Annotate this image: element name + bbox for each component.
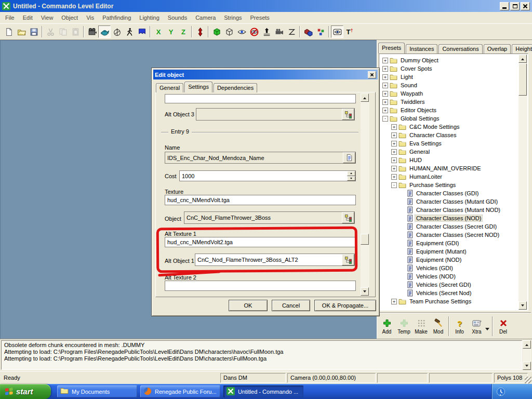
tree-item[interactable]: +HUMAN_ANIM_OVERRIDE	[380, 164, 527, 172]
save-button[interactable]	[28, 25, 40, 38]
menu-item-file[interactable]: File	[1, 13, 19, 22]
menu-item-edit[interactable]: Edit	[19, 13, 37, 22]
tree-item[interactable]: Character Classes (NOD)	[380, 214, 527, 222]
taskbar-task-renegade-public-foru[interactable]: Renegade Public Foru...	[140, 385, 220, 397]
del-button[interactable]: Del	[495, 315, 512, 337]
ok-button[interactable]: OK	[229, 300, 268, 311]
tree-scrollbar[interactable]	[518, 55, 527, 310]
teapot-button[interactable]	[98, 25, 111, 38]
tree-item[interactable]: Character Classes (Mutant GDI)	[380, 197, 527, 206]
paste-button[interactable]	[69, 25, 82, 38]
scroll-up-button[interactable]	[518, 55, 527, 63]
name-input[interactable]	[165, 152, 356, 164]
expand-toggle[interactable]: +	[391, 132, 397, 138]
object-input[interactable]	[184, 211, 355, 224]
tree-item[interactable]: -Purchase Settings	[380, 181, 527, 189]
scroll-down-button[interactable]	[518, 301, 527, 310]
alt-texture-2-input[interactable]	[165, 281, 356, 291]
alt-object-3-input[interactable]	[196, 108, 355, 121]
tree-item[interactable]: +Eva Settings	[380, 139, 527, 148]
wire-cube-button[interactable]	[223, 25, 235, 38]
tree-item[interactable]: +C&C Mode Settings	[380, 123, 527, 131]
tree-item[interactable]: +Character Classes	[380, 131, 527, 139]
spin-up-button[interactable]	[347, 171, 355, 176]
close-button[interactable]	[521, 2, 530, 10]
color-cubes-button[interactable]	[302, 25, 314, 38]
copy-button[interactable]	[57, 25, 69, 38]
text-tool-button[interactable]: T†	[343, 25, 356, 38]
menu-item-camera[interactable]: Camera	[191, 13, 220, 22]
tree-item[interactable]: +Waypath	[380, 89, 527, 98]
eye-button[interactable]	[235, 25, 248, 38]
resize-grip[interactable]	[525, 377, 531, 383]
solid-cube-button[interactable]	[210, 25, 223, 38]
expand-toggle[interactable]: +	[391, 166, 397, 171]
xtra-button[interactable]: Xtra	[468, 315, 485, 337]
scroll-up-button[interactable]	[523, 340, 531, 349]
angle-tool-button[interactable]	[285, 25, 298, 38]
expand-toggle[interactable]: +	[382, 74, 388, 80]
texture-input[interactable]	[165, 195, 356, 205]
alt-object-1-input[interactable]	[195, 254, 355, 266]
expand-toggle[interactable]: +	[382, 66, 388, 72]
tree-item[interactable]: +HUD	[380, 156, 527, 164]
tree-item[interactable]: Character Classes (Mutant NOD)	[380, 206, 527, 214]
expand-toggle[interactable]: +	[382, 99, 388, 105]
xtra-dropdown-arrow[interactable]	[485, 328, 489, 332]
cancel-button[interactable]: Cancel	[272, 300, 310, 311]
name-strings-button[interactable]	[343, 152, 355, 163]
expand-toggle[interactable]: +	[382, 108, 388, 113]
expand-toggle[interactable]: +	[382, 58, 388, 63]
menu-item-object[interactable]: Object	[57, 13, 82, 22]
tree-item[interactable]: Vehicles (Secret GDI)	[380, 281, 527, 289]
expand-toggle[interactable]: +	[391, 299, 397, 304]
ok-propagate-button[interactable]: OK & Propagate...	[314, 300, 376, 311]
expand-toggle[interactable]: +	[391, 149, 397, 155]
expand-toggle[interactable]: +	[382, 83, 388, 88]
tree-item[interactable]: +Twiddlers	[380, 98, 527, 106]
tree-item[interactable]: +Cover Spots	[380, 64, 527, 73]
alt-object-3-browse-button[interactable]	[342, 109, 354, 120]
tree-item[interactable]: Character Classes (Secret GDI)	[380, 222, 527, 231]
waypoint-flag-button[interactable]	[136, 25, 148, 38]
menu-item-lighting[interactable]: Lighting	[135, 13, 164, 22]
tree-item[interactable]: Vehicles (Secret Nod)	[380, 289, 527, 297]
scene-camera-button[interactable]	[273, 25, 285, 38]
scroll-down-button[interactable]	[361, 287, 369, 296]
expand-toggle[interactable]: +	[391, 157, 397, 163]
cut-button[interactable]	[44, 25, 57, 38]
tree-item[interactable]: +Dummy Object	[380, 56, 527, 64]
menu-item-strings[interactable]: Strings	[220, 13, 246, 22]
open-folder-button[interactable]	[15, 25, 28, 38]
tree-item[interactable]: +HumanLoiter	[380, 172, 527, 181]
dialog-tab-general[interactable]: General	[156, 83, 183, 92]
z-axis-button[interactable]: Z	[177, 25, 190, 38]
dialog-close-button[interactable]	[368, 71, 376, 78]
tree-item[interactable]: +Team Purchase Settings	[380, 297, 527, 305]
cost-input[interactable]	[179, 170, 356, 181]
log-scrollbar[interactable]	[523, 340, 531, 370]
temp-button[interactable]: Temp	[395, 315, 413, 337]
tree-item[interactable]: Character Classes (GDI)	[380, 189, 527, 197]
scroll-down-button[interactable]	[523, 362, 531, 370]
menu-item-pathfinding[interactable]: Pathfinding	[98, 13, 135, 22]
object-browse-button[interactable]	[342, 212, 354, 223]
make-button[interactable]: Make	[413, 315, 430, 337]
start-button[interactable]: start	[0, 384, 51, 399]
minimize-button[interactable]	[500, 2, 509, 10]
tree-item[interactable]: Equipment (GDI)	[380, 239, 527, 247]
dialog-tab-settings[interactable]: Settings	[184, 82, 212, 92]
movie-camera-button[interactable]	[86, 25, 98, 38]
scroll-thumb[interactable]	[361, 234, 369, 245]
tree-item[interactable]: +General	[380, 148, 527, 156]
expand-toggle[interactable]: +	[391, 174, 397, 180]
alt-object-1-browse-button[interactable]	[342, 254, 354, 265]
panel-tab-conversations[interactable]: Conversations	[438, 44, 482, 54]
dialog-tab-dependencies[interactable]: Dependencies	[214, 83, 257, 92]
menu-item-vis[interactable]: Vis	[82, 13, 98, 22]
dialog-scrollbar[interactable]	[361, 94, 369, 296]
tree-item[interactable]: Character Classes (Secret NOD)	[380, 231, 527, 239]
color-dots-button[interactable]	[314, 25, 327, 38]
taskbar-task-my-documents[interactable]: My Documents	[57, 385, 137, 397]
info-button[interactable]: ?Info	[451, 315, 468, 337]
